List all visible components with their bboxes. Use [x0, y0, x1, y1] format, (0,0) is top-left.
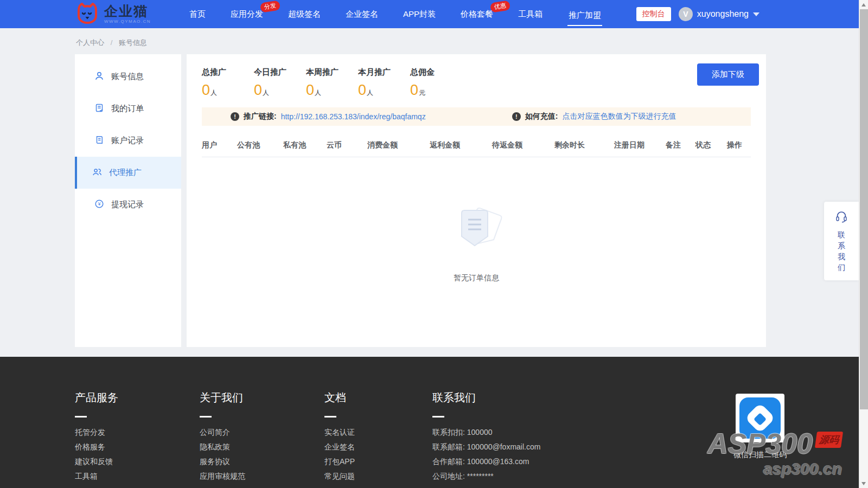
divider — [75, 416, 87, 418]
brand-title: 企业猫 — [104, 4, 151, 18]
nav-item-pricing[interactable]: 价格套餐优惠 — [448, 0, 506, 28]
promotion-link-label: 推广链接: — [244, 112, 277, 121]
order-icon — [94, 103, 104, 114]
column-header-status: 状态 — [695, 140, 727, 150]
footer-column-docs: 文档 实名认证 企业签名 打包APP 常见问题 — [324, 390, 432, 484]
scrollbar-thumb[interactable] — [860, 9, 868, 409]
info-icon: ! — [512, 112, 521, 121]
scroll-down-icon[interactable] — [859, 479, 868, 488]
footer-link-company-profile[interactable]: 公司简介 — [200, 425, 324, 440]
recharge-tip-link[interactable]: 点击对应蓝色数值为下级进行充值 — [562, 112, 676, 121]
divider — [324, 416, 336, 418]
nav-item-home[interactable]: 首页 — [177, 0, 218, 28]
nav-item-app-packaging[interactable]: APP封装 — [391, 0, 448, 28]
nav-item-app-distribution[interactable]: 应用分发分发 — [218, 0, 276, 28]
user-icon — [94, 71, 104, 82]
svg-text:¥: ¥ — [98, 201, 101, 207]
footer-link-enterprise-signature[interactable]: 企业签名 — [324, 440, 432, 454]
footer-column-about: 关于我们 公司简介 隐私政策 服务协议 应用审核规范 — [200, 390, 324, 484]
sidebar-item-label: 账户记录 — [111, 136, 144, 146]
contact-tab-label: 联 系 我 们 — [838, 229, 845, 273]
cooperation-email: 合作邮箱: 100000@163.com — [432, 454, 660, 469]
wechat-qr-block: 微信扫描二维码 — [733, 390, 787, 484]
column-header-private-pool: 私有池 — [283, 140, 327, 150]
nav-item-label: APP封装 — [403, 9, 436, 20]
contact-qq: 联系扣扣: 100000 — [432, 425, 660, 440]
group-icon — [92, 167, 102, 178]
company-address: 公司地址: ********* — [432, 469, 660, 484]
footer-link-service-agreement[interactable]: 服务协议 — [200, 454, 324, 469]
sidebar-item-label: 代理推广 — [109, 168, 142, 178]
nav-item-toolbox[interactable]: 工具箱 — [506, 0, 555, 28]
column-header-user: 用户 — [202, 140, 237, 150]
page-footer: 产品服务 托管分发 价格服务 建议和反馈 工具箱 关于我们 公司简介 隐私政策 … — [0, 357, 868, 488]
stats-row: 总推广 0人 今日推广 0人 本周推广 0人 本月推广 0人 总佣金 0元 — [202, 67, 751, 99]
contact-email: 联系邮箱: 100000@foxmail.com — [432, 440, 660, 454]
footer-link-toolbox[interactable]: 工具箱 — [75, 469, 200, 484]
wechat-qr-code — [736, 394, 784, 442]
nav-item-enterprise-signature[interactable]: 企业签名 — [333, 0, 391, 28]
nav-item-label: 价格套餐 — [461, 9, 493, 20]
sidebar-item-account-info[interactable]: 账号信息 — [75, 61, 181, 93]
breadcrumb: 个人中心 / 账号信息 — [0, 28, 868, 54]
footer-link-package-app[interactable]: 打包APP — [324, 454, 432, 469]
vertical-scrollbar[interactable] — [859, 0, 868, 488]
recharge-label: 如何充值: — [525, 112, 558, 121]
stat-total-commission: 总佣金 0元 — [410, 67, 462, 99]
contact-us-tab[interactable]: 联 系 我 们 — [824, 202, 859, 280]
username: xuyongsheng — [697, 9, 749, 19]
sidebar-item-label: 提现记录 — [111, 200, 144, 210]
footer-link-feedback[interactable]: 建议和反馈 — [75, 454, 200, 469]
info-icon: ! — [231, 112, 239, 121]
column-header-public-pool: 公有池 — [237, 140, 283, 150]
notice-bar: ! 推广链接: http://192.168.253.183/index/reg… — [202, 107, 751, 126]
empty-document-icon — [446, 205, 506, 259]
breadcrumb-separator: / — [111, 38, 113, 47]
footer-link-real-name-auth[interactable]: 实名认证 — [324, 425, 432, 440]
empty-state-text: 暂无订单信息 — [454, 273, 499, 283]
nav-item-label: 应用分发 — [231, 9, 263, 20]
footer-link-hosting-distribution[interactable]: 托管分发 — [75, 425, 200, 440]
footer-column-contact: 联系我们 联系扣扣: 100000 联系邮箱: 100000@foxmail.c… — [432, 390, 660, 484]
stat-month-promotion: 本月推广 0人 — [358, 67, 410, 99]
promotion-link[interactable]: http://192.168.253.183/index/reg/baqfamq… — [281, 112, 426, 121]
user-menu[interactable]: V xuyongsheng — [679, 7, 760, 21]
column-header-register-date: 注册日期 — [614, 140, 666, 150]
stat-value: 0 — [254, 82, 262, 98]
avatar: V — [679, 7, 693, 21]
footer-link-privacy-policy[interactable]: 隐私政策 — [200, 440, 324, 454]
divider — [200, 416, 212, 418]
breadcrumb-account-info: 账号信息 — [119, 38, 147, 47]
stat-today-promotion: 今日推广 0人 — [254, 67, 306, 99]
column-header-consumed-amount: 消费金额 — [367, 140, 430, 150]
stat-week-promotion: 本周推广 0人 — [306, 67, 358, 99]
sidebar: 账号信息 我的订单 账户记录 代理推广 ¥ 提现记录 — [75, 54, 181, 347]
nav-item-label: 企业签名 — [346, 9, 378, 20]
footer-link-pricing-service[interactable]: 价格服务 — [75, 440, 200, 454]
breadcrumb-personal-center[interactable]: 个人中心 — [76, 38, 104, 47]
sidebar-item-withdrawal-records[interactable]: ¥ 提现记录 — [75, 189, 181, 221]
sidebar-item-my-orders[interactable]: 我的订单 — [75, 93, 181, 125]
footer-link-review-guidelines[interactable]: 应用审核规范 — [200, 469, 324, 484]
footer-link-faq[interactable]: 常见问题 — [324, 469, 432, 484]
scroll-up-icon[interactable] — [859, 0, 868, 9]
sidebar-item-account-records[interactable]: 账户记录 — [75, 125, 181, 157]
chevron-down-icon — [753, 12, 760, 16]
qr-caption: 微信扫描二维码 — [733, 450, 787, 460]
column-header-cloud-coin: 云币 — [327, 140, 367, 150]
nav-item-super-signature[interactable]: 超级签名 — [276, 0, 333, 28]
console-button[interactable]: 控制台 — [636, 7, 671, 21]
stat-total-promotion: 总推广 0人 — [202, 67, 254, 99]
nav-item-promotion-alliance[interactable]: 推广加盟 — [555, 0, 615, 28]
sidebar-item-agent-promotion[interactable]: 代理推广 — [75, 157, 181, 189]
add-subordinate-button[interactable]: 添加下级 — [697, 63, 759, 86]
column-header-action: 操作 — [727, 140, 751, 150]
nav-item-label: 工具箱 — [518, 9, 542, 20]
nav-item-label: 首页 — [189, 9, 206, 20]
nav-item-label: 超级签名 — [288, 9, 321, 20]
column-header-remaining-time: 剩余时长 — [554, 140, 614, 150]
brand-logo[interactable]: 企业猫 WWW.QYMAO.CN — [75, 2, 151, 26]
stat-value: 0 — [358, 82, 366, 98]
nav-item-label: 推广加盟 — [567, 3, 602, 26]
promotion-panel: 总推广 0人 今日推广 0人 本周推广 0人 本月推广 0人 总佣金 0元 添加… — [187, 54, 766, 347]
